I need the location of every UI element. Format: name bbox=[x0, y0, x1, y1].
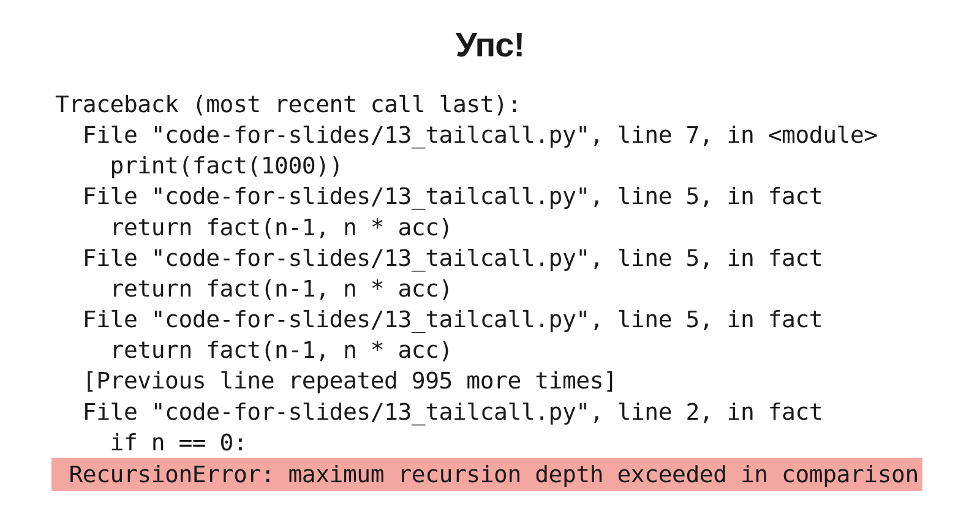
traceback-frame-code: return fact(n-1, n * acc) bbox=[55, 273, 925, 304]
traceback-repeat-note: [Previous line repeated 995 more times] bbox=[55, 365, 925, 396]
traceback-frame-code: print(fact(1000)) bbox=[55, 150, 925, 181]
traceback-frame-code: return fact(n-1, n * acc) bbox=[55, 335, 925, 365]
slide-container: Упс! Traceback (most recent call last): … bbox=[0, 0, 980, 530]
traceback-last-frame-location: File "code-for-slides/13_tailcall.py", l… bbox=[55, 396, 925, 427]
traceback-frame-code: return fact(n-1, n * acc) bbox=[55, 212, 925, 243]
traceback-header: Traceback (most recent call last): bbox=[55, 89, 925, 119]
slide-title: Упс! bbox=[37, 25, 943, 64]
traceback-frame-location: File "code-for-slides/13_tailcall.py", l… bbox=[55, 304, 925, 335]
traceback-error: RecursionError: maximum recursion depth … bbox=[51, 458, 922, 491]
traceback-last-frame-code: if n == 0: bbox=[55, 427, 925, 458]
traceback-frame-location: File "code-for-slides/13_tailcall.py", l… bbox=[55, 119, 925, 150]
traceback-block: Traceback (most recent call last): File … bbox=[37, 89, 943, 491]
traceback-frame-location: File "code-for-slides/13_tailcall.py", l… bbox=[55, 243, 925, 273]
traceback-frame-location: File "code-for-slides/13_tailcall.py", l… bbox=[55, 181, 925, 211]
traceback-error-wrapper: RecursionError: maximum recursion depth … bbox=[55, 458, 925, 491]
